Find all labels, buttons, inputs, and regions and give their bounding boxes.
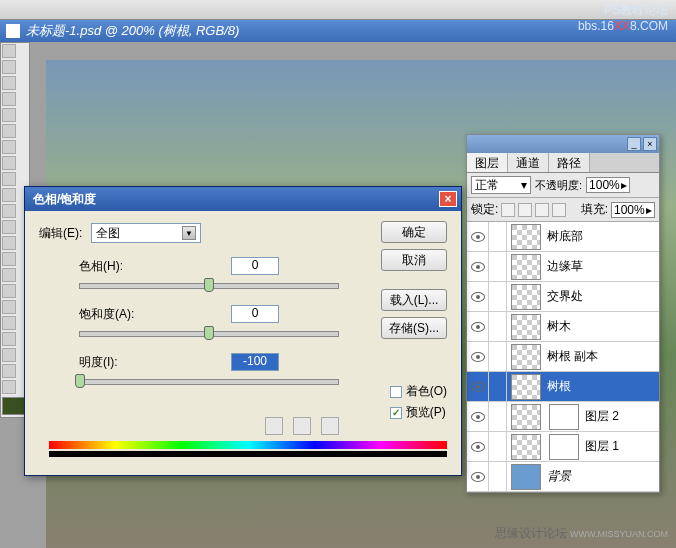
dialog-titlebar[interactable]: 色相/饱和度 × — [25, 187, 461, 211]
link-col[interactable] — [489, 312, 507, 341]
notes-tool[interactable] — [2, 332, 16, 346]
link-col[interactable] — [489, 432, 507, 461]
layer-thumb[interactable] — [511, 314, 541, 340]
hand-tool[interactable] — [2, 364, 16, 378]
gradient-tool[interactable] — [2, 220, 16, 234]
marquee-tool[interactable] — [2, 60, 16, 74]
layer-row[interactable]: 树底部 — [467, 222, 659, 252]
eraser-tool[interactable] — [2, 204, 16, 218]
eyedropper-sub-icon[interactable] — [321, 417, 339, 435]
stamp-tool[interactable] — [2, 172, 16, 186]
fill-input[interactable]: 100%▸ — [611, 202, 655, 218]
heal-tool[interactable] — [2, 140, 16, 154]
visibility-toggle[interactable] — [467, 462, 489, 491]
minimize-icon[interactable]: _ — [627, 137, 641, 151]
tab-channels[interactable]: 通道 — [508, 153, 549, 172]
layer-row[interactable]: 背景 — [467, 462, 659, 492]
light-slider[interactable] — [79, 379, 339, 385]
panel-titlebar[interactable]: _ × — [467, 135, 659, 153]
layer-thumb[interactable] — [511, 284, 541, 310]
lock-trans-icon[interactable] — [501, 203, 515, 217]
visibility-toggle[interactable] — [467, 342, 489, 371]
sat-thumb[interactable] — [204, 326, 214, 340]
layer-name[interactable]: 图层 2 — [583, 408, 659, 425]
ok-button[interactable]: 确定 — [381, 221, 447, 243]
layer-thumb[interactable] — [511, 224, 541, 250]
blur-tool[interactable] — [2, 236, 16, 250]
pen-tool[interactable] — [2, 300, 16, 314]
brush-tool[interactable] — [2, 156, 16, 170]
layer-name[interactable]: 背景 — [545, 468, 659, 485]
edit-select[interactable]: 全图 ▼ — [91, 223, 201, 243]
layer-name[interactable]: 交界处 — [545, 288, 659, 305]
link-col[interactable] — [489, 342, 507, 371]
blend-mode-select[interactable]: 正常▾ — [471, 176, 531, 194]
dropper-tool[interactable] — [2, 348, 16, 362]
dodge-tool[interactable] — [2, 252, 16, 266]
layer-thumb[interactable] — [511, 404, 541, 430]
sat-value[interactable]: 0 — [231, 305, 279, 323]
visibility-toggle[interactable] — [467, 282, 489, 311]
light-value[interactable]: -100 — [231, 353, 279, 371]
layer-row[interactable]: 交界处 — [467, 282, 659, 312]
slice-tool[interactable] — [2, 124, 16, 138]
move-tool[interactable] — [2, 44, 16, 58]
layer-name[interactable]: 树根 副本 — [545, 348, 659, 365]
link-col[interactable] — [489, 282, 507, 311]
lock-pixels-icon[interactable] — [518, 203, 532, 217]
link-col[interactable] — [489, 462, 507, 491]
type-tool[interactable] — [2, 284, 16, 298]
lock-pos-icon[interactable] — [535, 203, 549, 217]
layer-name[interactable]: 树根 — [545, 378, 659, 395]
lock-all-icon[interactable] — [552, 203, 566, 217]
menu-bar[interactable] — [0, 0, 676, 20]
eyedropper-icon[interactable] — [265, 417, 283, 435]
hue-value[interactable]: 0 — [231, 257, 279, 275]
tab-layers[interactable]: 图层 — [467, 153, 508, 172]
history-tool[interactable] — [2, 188, 16, 202]
mask-thumb[interactable] — [549, 404, 579, 430]
mask-thumb[interactable] — [549, 434, 579, 460]
link-col[interactable] — [489, 402, 507, 431]
path-tool[interactable] — [2, 268, 16, 282]
opacity-input[interactable]: 100%▸ — [586, 177, 630, 193]
close-icon[interactable]: × — [643, 137, 657, 151]
load-button[interactable]: 载入(L)... — [381, 289, 447, 311]
hue-thumb[interactable] — [204, 278, 214, 292]
layer-name[interactable]: 树木 — [545, 318, 659, 335]
layer-thumb[interactable] — [511, 464, 541, 490]
layer-row[interactable]: 树木 — [467, 312, 659, 342]
crop-tool[interactable] — [2, 108, 16, 122]
layer-thumb[interactable] — [511, 344, 541, 370]
visibility-toggle[interactable] — [467, 432, 489, 461]
close-icon[interactable]: × — [439, 191, 457, 207]
visibility-toggle[interactable] — [467, 252, 489, 281]
wand-tool[interactable] — [2, 92, 16, 106]
zoom-tool[interactable] — [2, 380, 16, 394]
layer-thumb[interactable] — [511, 254, 541, 280]
sat-slider[interactable] — [79, 331, 339, 337]
light-thumb[interactable] — [75, 374, 85, 388]
layer-thumb[interactable] — [511, 374, 541, 400]
tab-paths[interactable]: 路径 — [549, 153, 590, 172]
layer-name[interactable]: 树底部 — [545, 228, 659, 245]
link-col[interactable] — [489, 222, 507, 251]
visibility-toggle[interactable] — [467, 222, 489, 251]
layer-row[interactable]: 树根 副本 — [467, 342, 659, 372]
link-col[interactable] — [489, 252, 507, 281]
layer-row[interactable]: 边缘草 — [467, 252, 659, 282]
colorize-checkbox[interactable]: 着色(O) — [390, 383, 447, 400]
layer-name[interactable]: 边缘草 — [545, 258, 659, 275]
shape-tool[interactable] — [2, 316, 16, 330]
visibility-toggle[interactable] — [467, 312, 489, 341]
save-button[interactable]: 存储(S)... — [381, 317, 447, 339]
visibility-toggle[interactable] — [467, 402, 489, 431]
layer-row[interactable]: 图层 2 — [467, 402, 659, 432]
hue-slider[interactable] — [79, 283, 339, 289]
layer-row[interactable]: 图层 1 — [467, 432, 659, 462]
lasso-tool[interactable] — [2, 76, 16, 90]
preview-checkbox[interactable]: ✓ 预览(P) — [390, 404, 447, 421]
link-col[interactable] — [489, 372, 507, 401]
visibility-toggle[interactable] — [467, 372, 489, 401]
layer-row[interactable]: 树根 — [467, 372, 659, 402]
